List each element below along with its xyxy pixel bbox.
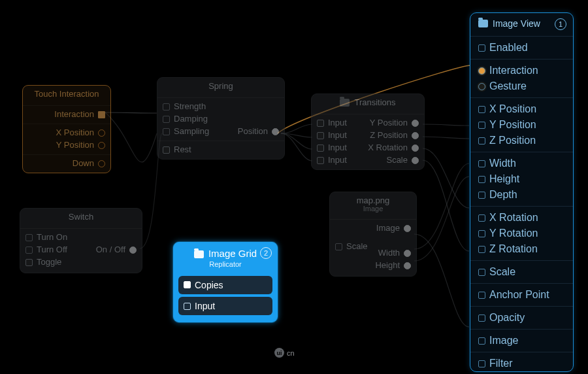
port-x-position[interactable]: X Position: [470, 101, 573, 117]
node-title: Image Grid 2: [174, 243, 277, 262]
port-y-position[interactable]: Y Position: [23, 139, 110, 152]
port-z-position[interactable]: Z Position: [470, 133, 573, 148]
port-label: Position: [238, 127, 268, 137]
panel-title: Image View 1: [470, 13, 573, 33]
port-label: X Position: [489, 103, 536, 115]
port-x-rotation[interactable]: X Rotation: [470, 210, 573, 226]
port-label: X Position: [56, 128, 94, 138]
checkbox-icon: [163, 128, 170, 135]
port-label: Damping: [174, 114, 208, 124]
node-title: map.png: [330, 192, 416, 207]
port-label: Scale: [386, 156, 408, 165]
port-label: Turn Off: [37, 245, 67, 255]
panel-image-view[interactable]: Image View 1 Enabled Interaction Gesture…: [470, 12, 574, 372]
checkbox-icon: [184, 303, 191, 310]
node-graph-canvas[interactable]: Touch Interaction Interaction X Position…: [0, 0, 588, 374]
port-output-dot-icon: [272, 128, 279, 135]
watermark-text: cn: [287, 349, 295, 357]
checkbox-icon: [478, 269, 485, 276]
port-label: Turn On: [37, 233, 67, 243]
port-label: Input: [195, 301, 215, 311]
port-turn-off[interactable]: Turn Off: [25, 244, 81, 256]
port-row-yposition[interactable]: Input Y Position: [312, 117, 424, 129]
port-label: Input: [328, 118, 347, 128]
checkbox-icon: [335, 243, 342, 250]
node-switch[interactable]: Switch Turn On Turn Off Toggle On / Off: [20, 208, 142, 273]
port-y-rotation[interactable]: Y Rotation: [470, 226, 573, 241]
checkbox-icon: [163, 116, 170, 123]
folder-icon: [340, 99, 350, 107]
port-image-out[interactable]: Image: [373, 222, 411, 235]
port-label: X Rotation: [489, 212, 538, 224]
port-rest[interactable]: Rest: [157, 144, 284, 159]
port-label: Input: [328, 156, 347, 165]
port-interaction[interactable]: Interaction: [470, 63, 573, 78]
checkbox-icon: [25, 259, 33, 266]
checkbox-icon: [478, 360, 485, 367]
port-height-out[interactable]: Height: [373, 260, 411, 272]
port-label: Copies: [195, 280, 223, 290]
node-touch-interaction[interactable]: Touch Interaction Interaction X Position…: [22, 85, 111, 173]
port-gesture[interactable]: Gesture: [470, 78, 573, 94]
port-enabled[interactable]: Enabled: [470, 40, 573, 56]
badge-count: 2: [260, 247, 272, 259]
node-map-image[interactable]: map.png Image Scale Image Width Height: [329, 192, 417, 277]
port-opacity[interactable]: Opacity: [470, 310, 573, 326]
port-label: Opacity: [489, 312, 525, 324]
port-output-dot-icon: [98, 160, 105, 167]
port-output-dot-icon: [404, 262, 411, 269]
port-x-position[interactable]: X Position: [23, 127, 110, 139]
port-row-xrotation[interactable]: Input X Rotation: [312, 142, 424, 154]
badge-count: 1: [555, 18, 566, 30]
node-image-grid[interactable]: Image Grid 2 Replicator Copies Input: [173, 242, 278, 322]
port-dot-icon: [478, 67, 485, 75]
port-label: Y Position: [489, 119, 536, 131]
port-on-off[interactable]: On / Off: [81, 244, 137, 256]
checkbox-icon: [163, 103, 170, 110]
port-y-position[interactable]: Y Position: [470, 117, 573, 133]
port-label: Height: [375, 261, 400, 271]
port-output-dot-icon: [412, 132, 419, 139]
port-down[interactable]: Down: [23, 158, 110, 173]
port-label: Filter: [489, 358, 513, 369]
port-label: Rest: [174, 145, 191, 155]
port-depth[interactable]: Depth: [470, 187, 573, 203]
port-width-out[interactable]: Width: [373, 247, 411, 260]
port-sampling[interactable]: Sampling: [163, 126, 221, 138]
port-label: Input: [328, 131, 347, 141]
port-image[interactable]: Image: [470, 333, 573, 348]
port-label: Scale: [346, 242, 368, 252]
checkbox-icon: [478, 230, 485, 237]
node-spring[interactable]: Spring Strength Damping Sampling Positio…: [157, 77, 285, 160]
port-strength[interactable]: Strength: [163, 101, 221, 113]
port-damping[interactable]: Damping: [163, 113, 221, 126]
port-anchor-point[interactable]: Anchor Point: [470, 287, 573, 303]
port-row-scale[interactable]: Input Scale: [312, 154, 424, 169]
checkbox-icon: [317, 132, 324, 139]
port-position[interactable]: Position: [221, 126, 279, 138]
port-input[interactable]: Input: [178, 297, 272, 315]
port-label: On / Off: [96, 245, 125, 255]
port-label: Toggle: [37, 258, 61, 267]
port-label: Image: [489, 335, 518, 347]
port-output-dot-icon: [404, 250, 411, 257]
port-label: Interaction: [489, 65, 538, 76]
port-scale-in[interactable]: Scale: [335, 241, 373, 253]
port-scale[interactable]: Scale: [470, 264, 573, 280]
checkbox-icon: [478, 292, 485, 299]
port-label: Interaction: [54, 110, 94, 120]
port-turn-on[interactable]: Turn On: [25, 231, 81, 244]
checkbox-icon: [478, 246, 485, 253]
port-height[interactable]: Height: [470, 171, 573, 187]
port-z-rotation[interactable]: Z Rotation: [470, 241, 573, 257]
port-toggle[interactable]: Toggle: [25, 256, 81, 269]
port-row-zposition[interactable]: Input Z Position: [312, 129, 424, 142]
port-width[interactable]: Width: [470, 156, 573, 171]
port-output-dot-icon: [98, 129, 105, 137]
port-filter[interactable]: Filter: [470, 356, 573, 371]
port-output-dot-icon: [98, 142, 105, 149]
port-label: Z Rotation: [489, 243, 538, 255]
node-transitions[interactable]: Transitions Input Y Position Input Z Pos…: [311, 94, 425, 170]
port-copies[interactable]: Copies: [178, 276, 272, 294]
port-interaction[interactable]: Interaction: [23, 109, 110, 121]
